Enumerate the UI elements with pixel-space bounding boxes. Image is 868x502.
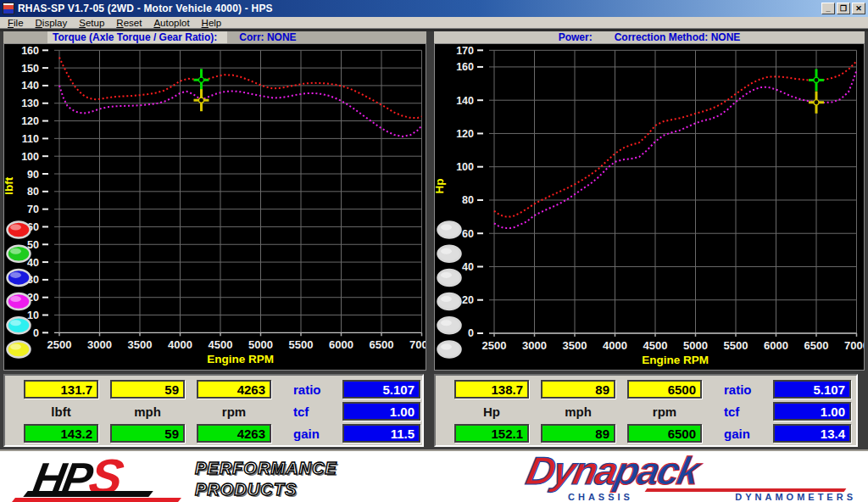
gain-value: 13.4 — [773, 424, 851, 443]
logo-strip: HPS PERFORMANCE PRODUCTS Dynapack CHASSI… — [0, 449, 868, 502]
menu-reset[interactable]: Reset — [110, 18, 147, 28]
power-cursor2-mph: 89 — [541, 424, 615, 443]
chart-area: Torque (Axle Torque / Gear Ratio): Corr:… — [0, 29, 868, 371]
menu-display[interactable]: Display — [30, 18, 74, 28]
svg-text:110: 110 — [22, 133, 39, 145]
menu-setup[interactable]: Setup — [73, 18, 110, 28]
menu-autoplot[interactable]: Autoplot — [147, 18, 195, 28]
torque-cursor2-value: 143.2 — [24, 424, 98, 443]
torque-correction-label: Corr: NONE — [239, 31, 296, 43]
svg-text:100: 100 — [21, 151, 39, 163]
app-icon — [3, 3, 14, 14]
window-title: RHAS-SP V1.7-05 (2WD - Motor Vehicle 400… — [18, 3, 821, 14]
ratio-value: 5.107 — [773, 380, 851, 399]
dynapack-wordmark: Dynapack — [522, 448, 703, 494]
svg-text:7000: 7000 — [844, 339, 864, 352]
torque-panel: Torque (Axle Torque / Gear Ratio): Corr:… — [3, 31, 426, 371]
menu-help[interactable]: Help — [196, 18, 228, 28]
ratio-value: 5.107 — [342, 380, 420, 399]
curve-button-yellow[interactable] — [8, 342, 31, 358]
mph-unit-label: mph — [541, 404, 615, 419]
y-axis-label: Hp — [435, 178, 446, 193]
torque-readout-panel: 131.7 59 4263 ratio 5.107 lbft mph rpm t… — [3, 374, 424, 447]
curve-button-gray-4[interactable] — [438, 293, 461, 310]
curve-button-magenta[interactable] — [8, 293, 31, 310]
curve-button-gray-2[interactable] — [438, 246, 461, 262]
power-cursor-value: 138.7 — [454, 380, 529, 399]
torque-chart[interactable]: 0102030405060708090100110120130140150160… — [4, 44, 426, 370]
power-red-run-curve — [494, 61, 857, 217]
svg-text:5500: 5500 — [724, 339, 748, 352]
power-chart[interactable]: 0204060801001201401601702500300035004000… — [435, 44, 864, 370]
power-unit-label: Hp — [454, 404, 529, 419]
hps-tagline: PERFORMANCE PRODUCTS — [195, 458, 337, 500]
rpm-unit-label: rpm — [197, 404, 271, 419]
svg-text:40: 40 — [462, 261, 474, 273]
svg-text:150: 150 — [21, 63, 39, 75]
ratio-label: ratio — [714, 382, 761, 397]
svg-text:3000: 3000 — [522, 339, 547, 352]
svg-text:0: 0 — [468, 327, 474, 339]
svg-text:5500: 5500 — [289, 338, 314, 351]
power-chart-body: 0204060801001201401601702500300035004000… — [434, 43, 865, 371]
gain-value: 11.5 — [342, 424, 420, 443]
svg-text:3000: 3000 — [87, 338, 112, 351]
svg-text:4000: 4000 — [603, 339, 627, 352]
power-cursor2-rpm: 6500 — [627, 424, 702, 443]
svg-text:160: 160 — [21, 45, 39, 57]
svg-text:80: 80 — [27, 186, 39, 198]
torque-cursor-rpm: 4263 — [197, 380, 271, 399]
curve-button-gray-5[interactable] — [438, 317, 461, 333]
svg-text:3500: 3500 — [128, 338, 153, 351]
curve-button-green[interactable] — [8, 246, 31, 262]
curve-button-gray-1[interactable] — [438, 222, 461, 238]
torque-title: Torque (Axle Torque / Gear Ratio): — [53, 31, 217, 43]
ratio-label: ratio — [283, 382, 331, 397]
green-cursor[interactable] — [193, 69, 209, 91]
svg-text:4500: 4500 — [643, 339, 668, 352]
green-cursor[interactable] — [809, 69, 824, 91]
svg-text:2500: 2500 — [482, 339, 507, 352]
hps-logo: HPS PERFORMANCE PRODUCTS — [10, 453, 341, 502]
curve-button-cyan[interactable] — [8, 317, 31, 333]
svg-text:70: 70 — [27, 204, 39, 215]
minimize-button[interactable]: _ — [821, 3, 835, 14]
svg-text:4500: 4500 — [209, 338, 233, 351]
curve-button-gray-6[interactable] — [438, 342, 461, 358]
rpm-unit-label: rpm — [627, 404, 702, 419]
hps-underline-red — [12, 498, 181, 502]
curve-button-blue[interactable] — [8, 270, 31, 286]
gain-label: gain — [714, 427, 761, 441]
svg-text:120: 120 — [21, 115, 39, 127]
close-button[interactable]: ✕ — [852, 3, 865, 14]
svg-text:10: 10 — [27, 310, 39, 321]
curve-button-red[interactable] — [8, 222, 31, 238]
power-cursor-rpm: 6500 — [627, 380, 702, 399]
titlebar: RHAS-SP V1.7-05 (2WD - Motor Vehicle 400… — [0, 0, 868, 17]
power-panel: Power: Correction Method: NONE 020406080… — [434, 31, 865, 371]
app-window: RHAS-SP V1.7-05 (2WD - Motor Vehicle 400… — [0, 0, 868, 502]
svg-text:170: 170 — [456, 45, 474, 57]
torque-cursor2-mph: 59 — [110, 424, 185, 443]
yellow-cursor[interactable] — [809, 92, 824, 114]
restore-button[interactable]: ❐ — [837, 3, 850, 14]
tcf-label: tcf — [714, 404, 761, 419]
y-axis-label: lbft — [4, 176, 15, 194]
menu-bar: File Display Setup Reset Autoplot Help — [0, 17, 868, 29]
mph-unit-label: mph — [110, 404, 185, 419]
power-title: Power: — [559, 31, 593, 43]
power-magenta-run-curve — [494, 70, 857, 228]
svg-text:5000: 5000 — [683, 339, 708, 352]
svg-text:0: 0 — [33, 327, 39, 339]
curve-button-gray-3[interactable] — [438, 270, 461, 286]
torque-cursor-mph: 59 — [110, 380, 185, 399]
svg-text:100: 100 — [456, 161, 474, 173]
svg-text:60: 60 — [462, 228, 474, 240]
yellow-cursor[interactable] — [193, 89, 209, 111]
menu-file[interactable]: File — [2, 18, 30, 28]
svg-text:130: 130 — [21, 98, 39, 109]
svg-text:4000: 4000 — [168, 338, 192, 351]
x-axis-label: Engine RPM — [207, 353, 274, 365]
svg-text:140: 140 — [456, 95, 474, 107]
power-correction-label: Correction Method: NONE — [615, 31, 741, 43]
